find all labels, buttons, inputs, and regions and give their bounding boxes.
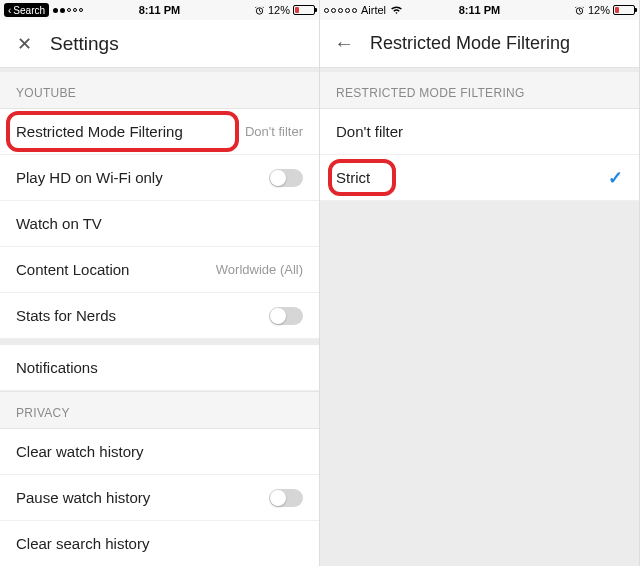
section-header-filtering: RESTRICTED MODE FILTERING — [320, 72, 639, 109]
row-watch-tv[interactable]: Watch on TV — [0, 201, 319, 247]
option-strict[interactable]: Strict ✓ — [320, 155, 639, 201]
status-bar: Airtel 8:11 PM 12% — [320, 0, 639, 20]
restricted-mode-screen: Airtel 8:11 PM 12% Restricted Mode Filte… — [320, 0, 640, 566]
row-label: Notifications — [16, 359, 303, 376]
row-pause-watch[interactable]: Pause watch history — [0, 475, 319, 521]
switch-stats[interactable] — [269, 307, 303, 325]
row-value: Don't filter — [245, 124, 303, 139]
filtering-content: RESTRICTED MODE FILTERING Don't filter S… — [320, 68, 639, 566]
section-header-privacy: PRIVACY — [0, 391, 319, 429]
option-dont-filter[interactable]: Don't filter — [320, 109, 639, 155]
settings-content: YOUTUBE Restricted Mode Filtering Don't … — [0, 68, 319, 566]
row-clear-watch[interactable]: Clear watch history — [0, 429, 319, 475]
close-icon[interactable] — [14, 34, 34, 54]
back-icon[interactable] — [334, 34, 354, 54]
switch-pause-watch[interactable] — [269, 489, 303, 507]
battery-icon — [613, 5, 635, 15]
settings-screen: ‹ Search 8:11 PM 12% Settings YOUTUBE Re… — [0, 0, 320, 566]
row-notifications[interactable]: Notifications — [0, 345, 319, 391]
app-header: Settings — [0, 20, 319, 68]
page-title: Settings — [50, 33, 119, 55]
row-label: Restricted Mode Filtering — [16, 123, 245, 140]
battery-icon — [293, 5, 315, 15]
row-label: Watch on TV — [16, 215, 303, 232]
row-label: Play HD on Wi-Fi only — [16, 169, 269, 186]
section-header-youtube: YOUTUBE — [0, 72, 319, 109]
row-label: Clear search history — [16, 535, 303, 552]
page-title: Restricted Mode Filtering — [370, 33, 570, 54]
switch-play-hd[interactable] — [269, 169, 303, 187]
row-value: Worldwide (All) — [216, 262, 303, 277]
option-label: Don't filter — [336, 123, 623, 140]
row-play-hd[interactable]: Play HD on Wi-Fi only — [0, 155, 319, 201]
row-label: Pause watch history — [16, 489, 269, 506]
app-header: Restricted Mode Filtering — [320, 20, 639, 68]
row-restricted-mode[interactable]: Restricted Mode Filtering Don't filter — [0, 109, 319, 155]
option-label: Strict — [336, 169, 608, 186]
row-stats-nerds[interactable]: Stats for Nerds — [0, 293, 319, 339]
row-clear-search[interactable]: Clear search history — [0, 521, 319, 566]
row-content-location[interactable]: Content Location Worldwide (All) — [0, 247, 319, 293]
row-label: Stats for Nerds — [16, 307, 269, 324]
check-icon: ✓ — [608, 167, 623, 189]
status-time: 8:11 PM — [0, 4, 319, 16]
status-bar: ‹ Search 8:11 PM 12% — [0, 0, 319, 20]
status-time: 8:11 PM — [320, 4, 639, 16]
row-label: Content Location — [16, 261, 216, 278]
row-label: Clear watch history — [16, 443, 303, 460]
